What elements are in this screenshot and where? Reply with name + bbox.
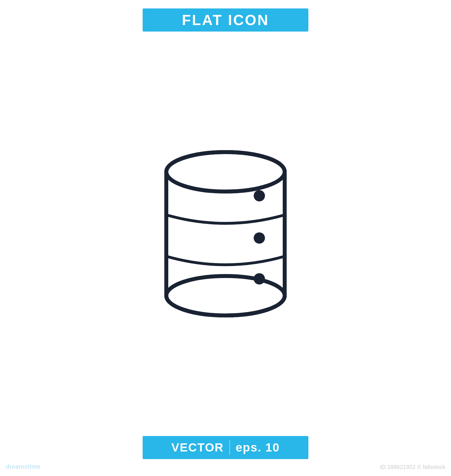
database-svg-icon — [147, 141, 304, 327]
watermark-bar: dreamstime ID 188621922 © fafostock — [0, 463, 451, 470]
main-content — [0, 32, 451, 436]
watermark-left: dreamstime — [6, 463, 41, 470]
dot-top — [254, 190, 265, 201]
footer-banner: VECTOR eps. 10 — [143, 436, 308, 459]
header-banner: FLAT ICON — [143, 8, 308, 32]
footer-divider — [229, 441, 230, 455]
dot-middle — [254, 232, 265, 244]
header-title: FLAT ICON — [182, 12, 269, 28]
dot-bottom — [254, 273, 265, 284]
database-icon — [147, 141, 304, 327]
footer-vector-label: VECTOR — [171, 441, 224, 454]
watermark-right: ID 188621922 © fafostock — [380, 464, 445, 470]
footer-eps-label: eps. 10 — [236, 441, 280, 454]
